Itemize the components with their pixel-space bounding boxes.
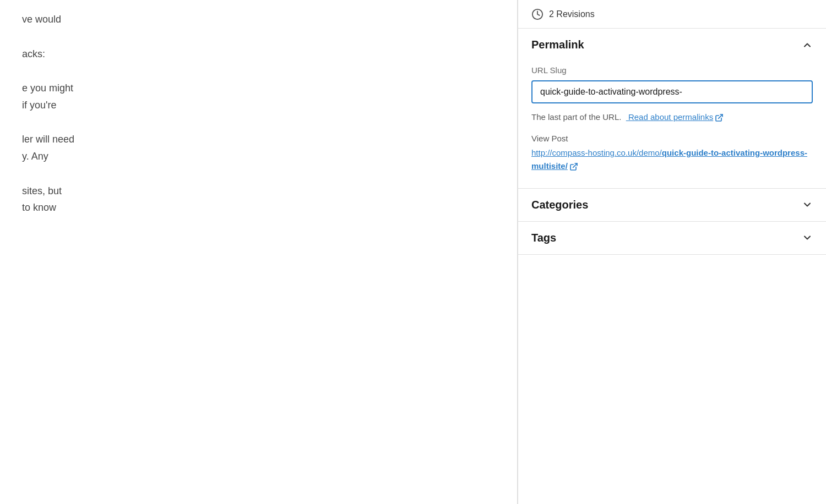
url-slug-label: URL Slug — [531, 65, 813, 75]
external-link-icon — [715, 113, 724, 122]
chevron-down-tags-icon — [802, 232, 813, 243]
text-fragment-1: ve would — [22, 11, 495, 28]
clock-icon — [531, 8, 544, 20]
tags-section-title: Tags — [531, 232, 556, 244]
help-text-static: The last part of the URL. — [531, 112, 621, 122]
text-fragment-5: sites, but to know — [22, 183, 495, 216]
chevron-down-categories-icon — [802, 199, 813, 210]
revisions-label: 2 Revisions — [549, 9, 595, 19]
tags-section: Tags — [518, 222, 826, 255]
svg-line-1 — [719, 114, 722, 118]
read-about-permalinks-link[interactable]: Read about permalinks — [626, 112, 724, 122]
url-slug-input[interactable] — [531, 80, 813, 103]
permalink-section-body: URL Slug The last part of the URL. Read … — [518, 61, 826, 188]
categories-section-title: Categories — [531, 199, 588, 211]
view-post-url-plain: http://compass-hosting.co.uk/demo/ — [531, 148, 662, 157]
right-sidebar-panel: 2 Revisions Permalink URL Slug The last … — [518, 0, 826, 504]
chevron-up-icon — [802, 40, 813, 51]
permalink-help-text: The last part of the URL. Read about per… — [531, 111, 813, 124]
article-text: ve would acks: e you might if you're ler… — [22, 11, 495, 216]
view-post-label: View Post — [531, 134, 813, 143]
permalink-section-title: Permalink — [531, 39, 584, 51]
permalink-section-header[interactable]: Permalink — [518, 29, 826, 61]
text-fragment-2: acks: — [22, 46, 495, 63]
permalink-section: Permalink URL Slug The last part of the … — [518, 29, 826, 189]
revisions-row[interactable]: 2 Revisions — [518, 0, 826, 29]
categories-section: Categories — [518, 189, 826, 222]
left-content-panel: ve would acks: e you might if you're ler… — [0, 0, 518, 504]
tags-section-header[interactable]: Tags — [518, 222, 826, 254]
svg-line-2 — [573, 163, 577, 167]
view-post-external-link-icon — [569, 162, 578, 171]
text-fragment-4: ler will need y. Any — [22, 131, 495, 165]
categories-section-header[interactable]: Categories — [518, 189, 826, 221]
text-fragment-3: e you might if you're — [22, 80, 495, 113]
view-post-link[interactable]: http://compass-hosting.co.uk/demo/quick-… — [531, 148, 807, 171]
